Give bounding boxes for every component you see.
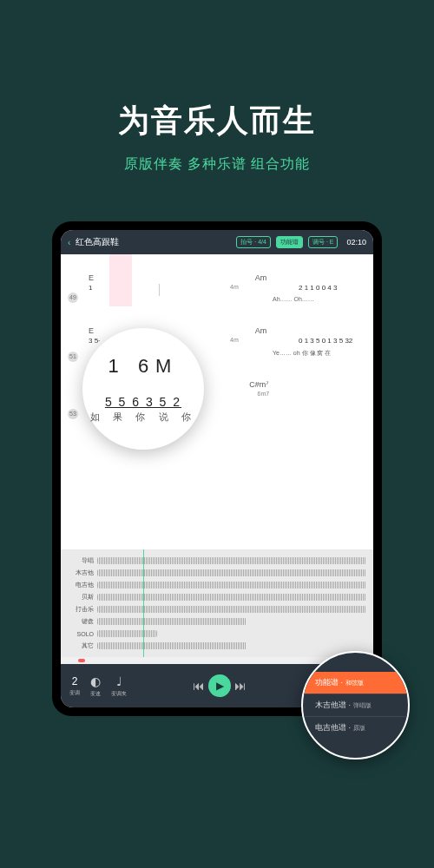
sheet-option[interactable]: 木吉他谱 · 弹唱版 bbox=[303, 694, 408, 716]
play-button[interactable]: ▶ bbox=[208, 674, 231, 697]
gauge-icon: ◐ bbox=[90, 674, 101, 688]
track-row[interactable]: 键盘 bbox=[68, 615, 366, 628]
track-row[interactable]: 导唱 bbox=[68, 555, 366, 567]
track-playhead[interactable] bbox=[143, 549, 144, 657]
play-icon: ▶ bbox=[216, 680, 224, 692]
badge-key[interactable]: 调号 · E bbox=[308, 236, 339, 248]
chord-row-3: E Am bbox=[69, 326, 365, 335]
sheet-option[interactable]: 电吉他谱 · 原版 bbox=[303, 716, 408, 739]
zoom-magnifier: 1 6M 5 5 6 3 5 2 如 果 你 说 你 bbox=[82, 328, 204, 450]
playhead-stripe bbox=[109, 254, 132, 306]
bar-number-49: 49 bbox=[68, 293, 78, 303]
zoom-notes-mid: 5 5 6 3 5 2 bbox=[105, 395, 181, 409]
badge-sheet-type[interactable]: 功能谱 bbox=[276, 236, 303, 248]
track-row[interactable]: 木吉他 bbox=[68, 567, 366, 579]
tracks-panel: 导唱 木吉他 电吉他 贝斯 打击乐 键盘 SOLO 其它 bbox=[61, 549, 373, 657]
bar-number-51: 51 bbox=[68, 352, 78, 362]
transpose-control[interactable]: 2 变调 bbox=[66, 675, 83, 697]
track-row[interactable]: 电吉他 bbox=[68, 579, 366, 591]
score-area[interactable]: E Am 49 1 4m 2 1 1 0 0 4 3 Ah…… Oh…… E A… bbox=[61, 254, 373, 549]
hero-headline: 为音乐人而生 bbox=[0, 100, 434, 142]
top-bar: ‹ 红色高跟鞋 拍号 · 4/4 功能谱 调号 · E 02:10 bbox=[61, 230, 373, 254]
badge-time-sig[interactable]: 拍号 · 4/4 bbox=[236, 236, 271, 248]
tempo-control[interactable]: ◐ 变速 bbox=[87, 674, 104, 698]
zoom-notes-top: 1 6M bbox=[108, 355, 179, 378]
track-row[interactable]: 其它 bbox=[68, 640, 366, 652]
zoom-lyrics: 如 果 你 说 你 bbox=[90, 411, 195, 424]
tablet-frame: ‹ 红色高跟鞋 拍号 · 4/4 功能谱 调号 · E 02:10 E Am 4… bbox=[52, 221, 382, 716]
track-row[interactable]: SOLO bbox=[68, 628, 366, 640]
hero-subheadline: 原版伴奏 多种乐谱 组合功能 bbox=[0, 155, 434, 174]
prev-icon[interactable]: ⏮ bbox=[193, 679, 205, 693]
time-display: 02:10 bbox=[346, 238, 366, 247]
capo-control[interactable]: ♩ 变调夹 bbox=[108, 674, 130, 698]
bar-number-53: 53 bbox=[68, 409, 78, 419]
app-screen: ‹ 红色高跟鞋 拍号 · 4/4 功能谱 调号 · E 02:10 E Am 4… bbox=[61, 230, 373, 707]
capo-icon: ♩ bbox=[116, 674, 122, 688]
track-row[interactable]: 打击乐 bbox=[68, 603, 366, 615]
track-row[interactable]: 贝斯 bbox=[68, 591, 366, 603]
sheet-option[interactable]: 功能谱 · 和弦版 bbox=[303, 672, 408, 694]
next-icon[interactable]: ⏭ bbox=[234, 679, 247, 693]
sheet-picker-popup: 功能谱 · 和弦版 木吉他谱 · 弹唱版 电吉他谱 · 原版 bbox=[301, 651, 410, 760]
back-icon[interactable]: ‹ bbox=[68, 238, 70, 247]
song-title: 红色高跟鞋 bbox=[76, 236, 231, 248]
